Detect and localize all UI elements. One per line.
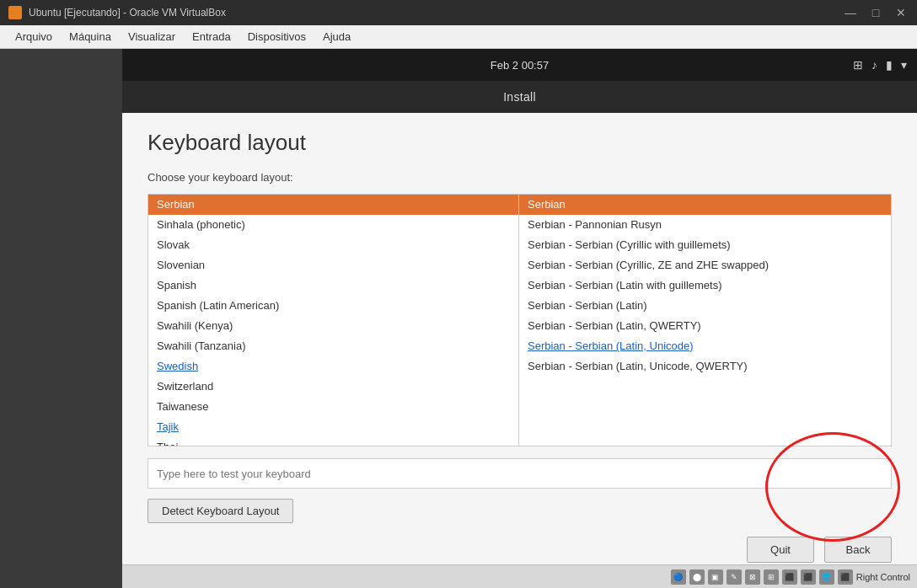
list-item[interactable]: Sinhala (phonetic) <box>148 215 518 235</box>
subtitle: Choose your keyboard layout: <box>147 171 892 184</box>
vm-content: Keyboard layout Choose your keyboard lay… <box>122 113 917 564</box>
list-item[interactable]: Thai <box>148 437 518 446</box>
page-title: Keyboard layout <box>147 130 892 156</box>
list-item[interactable]: Serbian - Pannonian Rusyn <box>519 215 891 235</box>
bottom-bar: Quit Back <box>747 537 892 563</box>
list-item[interactable]: Serbian <box>519 195 891 215</box>
list-item[interactable]: Serbian - Serbian (Cyrillic with guillem… <box>519 235 891 255</box>
minimize-button[interactable]: — <box>843 6 858 19</box>
keyboard-layout-list[interactable]: SerbianSinhala (phonetic)SlovakSlovenian… <box>147 194 518 446</box>
close-button[interactable]: ✕ <box>893 6 909 19</box>
list-item[interactable]: Tajik <box>148 417 518 437</box>
list-item[interactable]: Serbian - Serbian (Latin) <box>519 296 891 316</box>
vm-statusbar: 🔵 ⬤ ▣ ✎ ⊠ ⊞ ⬛ ⬛ 🌐 ⬛ Right Control <box>122 564 917 588</box>
menu-dispositivos[interactable]: Dispositivos <box>239 25 314 48</box>
statusbar-icon-9: 🌐 <box>819 569 834 585</box>
list-item[interactable]: Serbian - Serbian (Latin, QWERTY) <box>519 316 891 336</box>
list-item[interactable]: Swedish <box>148 356 518 377</box>
list-item[interactable]: Slovak <box>148 235 518 255</box>
keyboard-variant-list[interactable]: SerbianSerbian - Pannonian RusynSerbian … <box>518 194 892 446</box>
list-item[interactable]: Switzerland <box>148 377 518 397</box>
list-item[interactable]: Slovenian <box>148 255 518 275</box>
menu-visualizar[interactable]: Visualizar <box>120 25 184 48</box>
menu-entrada[interactable]: Entrada <box>184 25 239 48</box>
keyboard-test-input[interactable] <box>147 458 892 489</box>
quit-button[interactable]: Quit <box>747 537 814 563</box>
vbox-icon <box>8 6 22 19</box>
list-item[interactable]: Taiwanese <box>148 397 518 417</box>
statusbar-icon-10: ⬛ <box>838 569 853 585</box>
list-item[interactable]: Serbian <box>148 195 518 215</box>
detect-keyboard-button[interactable]: Detect Keyboard Layout <box>147 499 293 523</box>
statusbar-icon-7: ⬛ <box>782 569 797 585</box>
list-item[interactable]: Swahili (Kenya) <box>148 316 518 336</box>
vm-wrapper: Feb 2 00:57 ⊞ ♪ ▮ ▾ Install Keyboard lay… <box>122 49 917 564</box>
vm-topbar: Feb 2 00:57 ⊞ ♪ ▮ ▾ <box>122 49 917 81</box>
sound-icon: ♪ <box>871 58 877 72</box>
window-chrome: Ubuntu [Ejecutando] - Oracle VM VirtualB… <box>0 0 917 25</box>
statusbar-icon-2: ⬤ <box>689 569 705 585</box>
menu-bar: Arquivo Máquina Visualizar Entrada Dispo… <box>0 25 917 49</box>
install-header: Install <box>122 81 917 113</box>
vm-topbar-icons: ⊞ ♪ ▮ ▾ <box>853 58 907 72</box>
menu-ajuda[interactable]: Ajuda <box>314 25 359 48</box>
status-label: Right Control <box>856 572 910 582</box>
menu-maquina[interactable]: Máquina <box>61 25 120 48</box>
keyboard-lists: SerbianSinhala (phonetic)SlovakSlovenian… <box>147 194 892 446</box>
menu-arquivo[interactable]: Arquivo <box>7 25 61 48</box>
network-icon: ⊞ <box>853 58 863 72</box>
list-item[interactable]: Spanish (Latin American) <box>148 296 518 316</box>
statusbar-icon-8: ⬛ <box>801 569 816 585</box>
statusbar-icon-6: ⊞ <box>764 569 779 585</box>
list-item[interactable]: Serbian - Serbian (Latin, Unicode, QWERT… <box>519 356 891 377</box>
vm-time: Feb 2 00:57 <box>491 59 549 72</box>
statusbar-icon-1: 🔵 <box>671 569 686 585</box>
statusbar-icon-3: ▣ <box>708 569 723 585</box>
maximize-button[interactable]: □ <box>868 6 883 19</box>
window-controls: — □ ✕ <box>843 6 909 19</box>
statusbar-icon-5: ⊠ <box>745 569 760 585</box>
battery-icon: ▮ <box>886 58 893 72</box>
menu-icon: ▾ <box>901 58 907 72</box>
list-item[interactable]: Swahili (Tanzania) <box>148 336 518 356</box>
statusbar-icon-4: ✎ <box>727 569 742 585</box>
back-button[interactable]: Back <box>824 537 892 563</box>
list-item[interactable]: Serbian - Serbian (Latin, Unicode) <box>519 336 891 356</box>
test-input-row <box>147 458 892 489</box>
window-title: Ubuntu [Ejecutando] - Oracle VM VirtualB… <box>29 7 843 19</box>
install-title: Install <box>503 90 536 104</box>
list-item[interactable]: Serbian - Serbian (Latin with guillemets… <box>519 275 891 296</box>
list-item[interactable]: Spanish <box>148 275 518 296</box>
vbox-sidebar <box>0 49 122 588</box>
list-item[interactable]: Serbian - Serbian (Cyrillic, ZE and ZHE … <box>519 255 891 275</box>
